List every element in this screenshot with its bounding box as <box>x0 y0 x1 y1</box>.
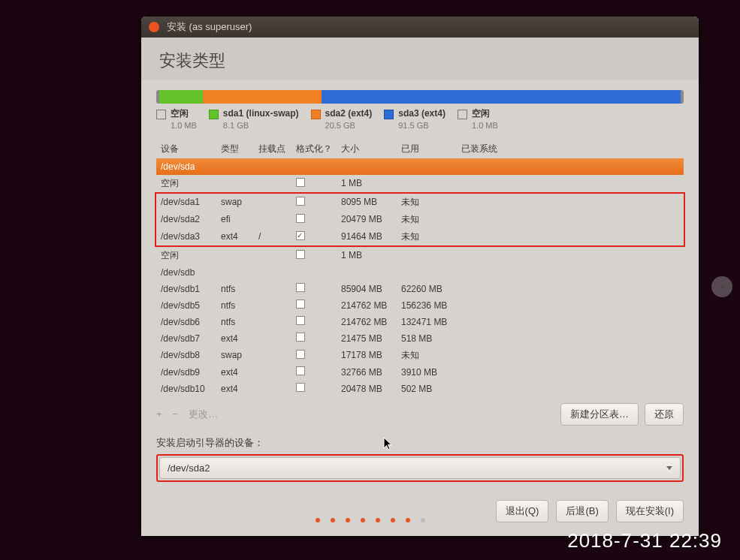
table-row[interactable]: 空闲 1 MB <box>156 247 684 264</box>
cell-type: ntfs <box>221 317 258 327</box>
cell-size: 21475 MB <box>341 333 401 344</box>
legend-swatch <box>311 110 321 119</box>
cell-used: 未知 <box>401 349 461 362</box>
cell-device: /dev/sdb1 <box>161 284 221 294</box>
cell-type: ntfs <box>221 300 258 311</box>
cell-format[interactable] <box>296 383 341 394</box>
table-row[interactable]: /dev/sda1 swap 8095 MB 未知 <box>156 194 684 211</box>
table-row[interactable]: /dev/sdb1 ntfs 85904 MB 62260 MB <box>156 281 684 297</box>
partition-toolbar: + − 更改… 新建分区表… 还原 <box>156 403 684 426</box>
table-row[interactable]: /dev/sdb10 ext4 20478 MB 502 MB <box>156 381 684 397</box>
cell-device: /dev/sda2 <box>161 214 221 224</box>
legend-label: sda1 (linux-swap)8.1 GB <box>223 108 299 131</box>
cell-type: efi <box>221 214 258 224</box>
cell-type: ntfs <box>221 284 258 294</box>
legend-item: sda1 (linux-swap)8.1 GB <box>209 108 299 131</box>
bootloader-dropdown[interactable]: /dev/sda2 <box>159 457 681 479</box>
cell-size: 8095 MB <box>341 197 401 207</box>
cell-used: 518 MB <box>401 333 461 344</box>
change-partition-button[interactable]: 更改… <box>189 408 218 421</box>
cell-size: 214762 MB <box>341 317 401 327</box>
table-row[interactable]: /dev/sda2 efi 20479 MB 未知 <box>156 211 684 228</box>
installer-window: 安装 (as superuser) 安装类型 空闲1.0 MB sda1 (li… <box>141 17 699 536</box>
cell-size: 1 MB <box>341 250 401 260</box>
titlebar[interactable]: 安装 (as superuser) <box>141 17 699 38</box>
cell-device: /dev/sdb7 <box>161 333 221 344</box>
table-header: 设备 类型 挂载点 格式化？ 大小 已用 已装系统 <box>156 140 684 158</box>
table-row[interactable]: /dev/sdb9 ext4 32766 MB 3910 MB <box>156 364 684 381</box>
table-row[interactable]: /dev/sdb6 ntfs 214762 MB 132471 MB <box>156 314 684 330</box>
cell-size: 20479 MB <box>341 214 401 224</box>
legend-label: sda3 (ext4)91.5 GB <box>398 108 446 131</box>
cell-format[interactable] <box>296 316 341 327</box>
cell-format[interactable] <box>296 250 341 261</box>
legend-swatch <box>209 110 219 119</box>
table-row[interactable]: /dev/sda3 ext4 / 91464 MB 未知 <box>156 228 684 245</box>
new-partition-table-button[interactable]: 新建分区表… <box>560 403 639 426</box>
cell-format[interactable] <box>296 350 341 361</box>
cell-format[interactable] <box>296 214 341 225</box>
legend-item: 空闲1.0 MB <box>458 108 498 131</box>
content: 空闲1.0 MB sda1 (linux-swap)8.1 GB sda2 (e… <box>141 80 699 536</box>
partition-table: 设备 类型 挂载点 格式化？ 大小 已用 已装系统 /dev/sda 空闲 1 … <box>156 140 684 397</box>
cell-device: /dev/sda1 <box>161 197 221 207</box>
cell-used: 3910 MB <box>401 367 461 378</box>
cell-used: 156236 MB <box>401 300 461 311</box>
cell-device: 空闲 <box>161 249 221 262</box>
table-body: /dev/sda 空闲 1 MB /dev/sda1 swap 8095 MB … <box>156 158 684 397</box>
bootloader-dropdown-highlight: /dev/sda2 <box>156 454 684 482</box>
legend-item: sda2 (ext4)20.5 GB <box>311 108 373 131</box>
cell-format[interactable] <box>296 366 341 378</box>
table-row[interactable]: /dev/sdb7 ext4 21475 MB 518 MB <box>156 330 684 347</box>
col-used: 已用 <box>401 143 461 155</box>
disk-header-row[interactable]: /dev/sda <box>156 158 684 175</box>
legend-label: 空闲1.0 MB <box>171 108 197 131</box>
legend-item: 空闲1.0 MB <box>156 108 197 131</box>
table-row[interactable]: /dev/sdb8 swap 17178 MB 未知 <box>156 347 684 364</box>
revert-button[interactable]: 还原 <box>645 403 684 426</box>
cell-used: 未知 <box>401 196 461 209</box>
remove-partition-button[interactable]: − <box>173 408 179 420</box>
bootloader-label: 安装启动引导器的设备： <box>156 436 684 450</box>
cell-size: 32766 MB <box>341 367 401 378</box>
page-title: 安装类型 <box>141 38 699 80</box>
bootloader-selected: /dev/sda2 <box>168 462 210 474</box>
cell-device: /dev/sdb6 <box>161 317 221 327</box>
cell-device: /dev/sda3 <box>161 231 221 242</box>
legend-label: 空闲1.0 MB <box>472 108 498 131</box>
disk-header-row[interactable]: /dev/sdb <box>156 264 684 281</box>
legend-swatch <box>156 110 166 119</box>
add-partition-button[interactable]: + <box>156 408 162 420</box>
col-type: 类型 <box>221 143 258 155</box>
col-mount: 挂载点 <box>258 143 296 155</box>
legend-item: sda3 (ext4)91.5 GB <box>384 108 446 131</box>
quit-button[interactable]: 退出(Q) <box>496 500 549 522</box>
table-row[interactable]: /dev/sdb5 ntfs 214762 MB 156236 MB <box>156 297 684 314</box>
photo-next-icon[interactable] <box>711 276 732 297</box>
carousel-dots <box>316 518 425 522</box>
cell-format[interactable] <box>296 283 341 294</box>
cell-size: 17178 MB <box>341 350 401 360</box>
cell-type: swap <box>221 350 258 360</box>
cell-device: /dev/sdb9 <box>161 367 221 378</box>
cell-used: 未知 <box>401 213 461 226</box>
cell-format[interactable] <box>296 231 341 242</box>
cell-format[interactable] <box>296 333 341 344</box>
cell-device: /dev/sdb10 <box>161 384 221 394</box>
cell-used: 132471 MB <box>401 317 461 327</box>
cell-format[interactable] <box>296 178 341 189</box>
col-system: 已装系统 <box>461 143 679 155</box>
cell-format[interactable] <box>296 197 341 208</box>
back-button[interactable]: 后退(B) <box>556 500 608 522</box>
cell-size: 91464 MB <box>341 231 401 242</box>
legend: 空闲1.0 MB sda1 (linux-swap)8.1 GB sda2 (e… <box>156 108 684 131</box>
table-row[interactable]: 空闲 1 MB <box>156 175 684 192</box>
cell-type: ext4 <box>221 367 258 378</box>
cell-type: swap <box>221 197 258 207</box>
install-now-button[interactable]: 现在安装(I) <box>616 500 684 522</box>
cell-type: ext4 <box>221 231 258 242</box>
cell-format[interactable] <box>296 300 341 311</box>
close-icon[interactable] <box>149 22 159 32</box>
cell-size: 20478 MB <box>341 384 401 394</box>
photo-timestamp: 2018-7-31 22:39 <box>567 529 722 552</box>
